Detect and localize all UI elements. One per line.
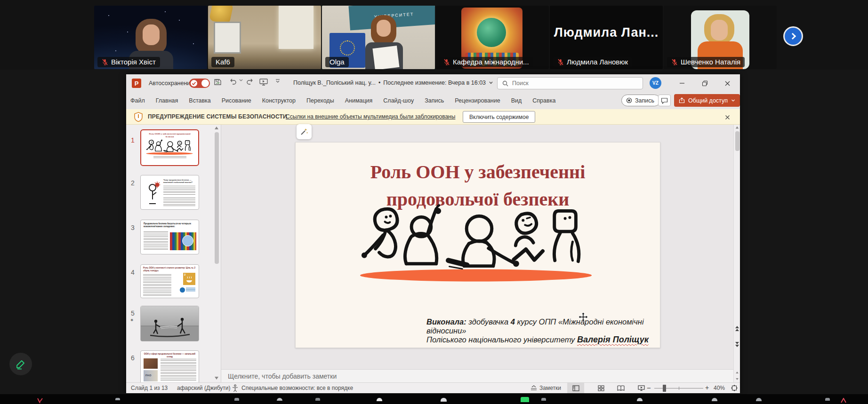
next-participants-button[interactable] — [783, 26, 803, 46]
video-tile-liudmyla[interactable]: Людмила Лан... Людмила Лановюк — [550, 6, 663, 69]
notes-pane[interactable]: Щелкните, чтобы добавить заметки — [221, 369, 733, 382]
close-warning-icon[interactable] — [722, 112, 732, 122]
language-indicator[interactable]: афарский (Джибути) — [177, 385, 231, 391]
participant-name: Людмила Лановюк — [567, 58, 628, 66]
search-box[interactable] — [497, 77, 643, 89]
autosave-toggle[interactable] — [189, 79, 210, 88]
separator-dot: • — [378, 79, 380, 86]
main-scrollbar[interactable] — [733, 125, 740, 382]
taskbar-icon[interactable] — [841, 398, 847, 402]
comments-button[interactable] — [658, 95, 671, 106]
reading-view-button[interactable] — [612, 383, 629, 393]
tab-review[interactable]: Рецензирование — [455, 97, 500, 104]
taskbar-icon[interactable] — [115, 398, 120, 400]
slide-thumbnail-1[interactable]: Роль ООН у забезпеченні продовольчої без… — [140, 129, 199, 166]
tab-animations[interactable]: Анимация — [345, 97, 373, 104]
notes-toggle[interactable]: Заметки — [539, 385, 561, 391]
taskbar-icon[interactable] — [712, 398, 717, 401]
taskbar-icon[interactable] — [541, 398, 546, 401]
taskbar-icon[interactable] — [315, 398, 320, 401]
scrollbar-thumb[interactable] — [735, 131, 739, 151]
taskbar-icon[interactable] — [441, 398, 447, 402]
slide-sorter-view-button[interactable] — [593, 383, 610, 393]
zoom-in-button[interactable]: + — [705, 384, 709, 391]
scroll-up-icon[interactable] — [736, 127, 739, 129]
taskbar-icon[interactable] — [234, 398, 239, 401]
tab-file[interactable]: Файл — [130, 97, 145, 104]
normal-view-button[interactable] — [567, 383, 584, 393]
slide-thumbnail-5[interactable] — [140, 306, 199, 341]
quick-access-dropdown-icon[interactable] — [275, 78, 281, 84]
accessibility-status[interactable]: Специальные возможности: все в порядке — [241, 385, 353, 391]
slide-number: 6 — [131, 354, 135, 362]
chevron-down-icon[interactable] — [489, 80, 493, 85]
normal-view-icon — [572, 385, 579, 391]
close-button[interactable] — [720, 78, 734, 88]
powerpoint-app-icon[interactable]: P — [132, 79, 141, 88]
slide-counter[interactable]: Слайд 1 из 13 — [131, 385, 168, 391]
taskbar-icon[interactable] — [277, 398, 282, 401]
participant-name-badge: Кафедра міжнародни... — [439, 57, 533, 67]
annotate-button[interactable] — [9, 353, 32, 375]
taskbar-icon[interactable] — [377, 398, 382, 401]
thumbnail-scrollbar[interactable] — [214, 125, 220, 382]
restore-button[interactable] — [698, 78, 712, 88]
start-slideshow-icon[interactable] — [259, 78, 268, 86]
minimize-button[interactable] — [675, 78, 689, 88]
search-input[interactable] — [512, 80, 625, 87]
tab-transitions[interactable]: Переходы — [306, 97, 334, 104]
muted-mic-icon — [557, 59, 564, 65]
tab-slideshow[interactable]: Слайд-шоу — [383, 97, 414, 104]
author-credit-text[interactable]: Виконала: здобувачка 4 курсу ОПП «Міжнар… — [426, 317, 651, 344]
zoom-percentage[interactable]: 40% — [714, 385, 725, 391]
scrollbar-thumb[interactable] — [215, 132, 219, 264]
tab-record[interactable]: Запись — [425, 97, 444, 104]
tab-insert[interactable]: Вставка — [189, 97, 210, 104]
slide-thumbnail-6[interactable]: ООН у сфері продовольчої безпеки — загал… — [140, 350, 199, 382]
video-tile-kaf6[interactable]: Kaf6 — [208, 6, 321, 69]
warning-title: ПРЕДУПРЕЖДЕНИЕ СИСТЕМЫ БЕЗОПАСНОСТИ — [148, 113, 287, 120]
share-button[interactable]: Общий доступ — [674, 94, 740, 107]
taskbar-icon-screen-share[interactable] — [521, 397, 529, 402]
notes-placeholder[interactable]: Щелкните, чтобы добавить заметки — [228, 372, 337, 380]
idea-figure-mini — [145, 181, 161, 206]
tab-draw[interactable]: Рисование — [222, 97, 251, 104]
notes-scroll-up-icon[interactable] — [736, 372, 739, 373]
chevron-down-icon — [731, 98, 735, 103]
record-button[interactable]: Запись — [621, 95, 660, 106]
tab-view[interactable]: Вид — [511, 97, 522, 104]
undo-dropdown-icon[interactable] — [239, 78, 243, 82]
enable-content-button[interactable]: Включить содержимое — [463, 111, 535, 123]
undo-icon[interactable] — [229, 78, 237, 86]
user-avatar[interactable]: VZ — [650, 77, 661, 89]
taskbar-icon[interactable] — [37, 398, 43, 403]
zoom-out-button[interactable]: − — [647, 384, 651, 392]
slide-thumbnail-4[interactable]: Роль ООН у контексті сталого розвитку: Ц… — [140, 264, 199, 298]
notes-scroll-down-icon[interactable] — [736, 378, 739, 380]
zoom-slider-thumb[interactable] — [663, 385, 666, 392]
video-tile-olga-active-speaker[interactable]: УНІВЕРСИТЕТ Olga — [322, 6, 435, 69]
previous-slide-button[interactable] — [734, 326, 740, 331]
scroll-up-icon[interactable] — [215, 127, 218, 129]
tab-design[interactable]: Конструктор — [262, 97, 296, 104]
tab-home[interactable]: Главная — [156, 97, 178, 104]
fit-to-window-icon[interactable] — [731, 384, 738, 392]
taskbar-icon[interactable] — [637, 398, 643, 401]
slide-thumbnail-2[interactable]: Чому продовольча безпека — важливий глоб… — [140, 175, 199, 210]
taskbar-icon[interactable] — [825, 398, 830, 401]
redo-icon[interactable] — [246, 78, 254, 86]
warning-link[interactable]: Ссылки на внешние объекты мультимедиа бы… — [286, 113, 455, 120]
video-tile-viktoria[interactable]: Вікторія Хвіст — [94, 6, 207, 69]
slide-thumbnail-3[interactable]: Продовольча безпека базується на чотирьо… — [140, 220, 199, 254]
save-icon[interactable] — [214, 78, 222, 86]
video-tile-shevchenko[interactable]: Шевченко Наталія — [664, 6, 777, 69]
taskbar-icon[interactable] — [756, 398, 762, 401]
fishing-photo-mini — [141, 306, 199, 341]
next-slide-button[interactable] — [734, 342, 740, 347]
designer-button[interactable] — [297, 124, 312, 139]
tab-help[interactable]: Справка — [532, 97, 555, 104]
video-tile-kafedra[interactable]: Кафедра міжнародни... — [436, 6, 549, 69]
scroll-down-icon[interactable] — [215, 377, 218, 380]
check-icon — [191, 80, 197, 87]
slide-editing-surface[interactable]: Роль ООН у забезпеченні продовольчої без… — [295, 142, 660, 348]
